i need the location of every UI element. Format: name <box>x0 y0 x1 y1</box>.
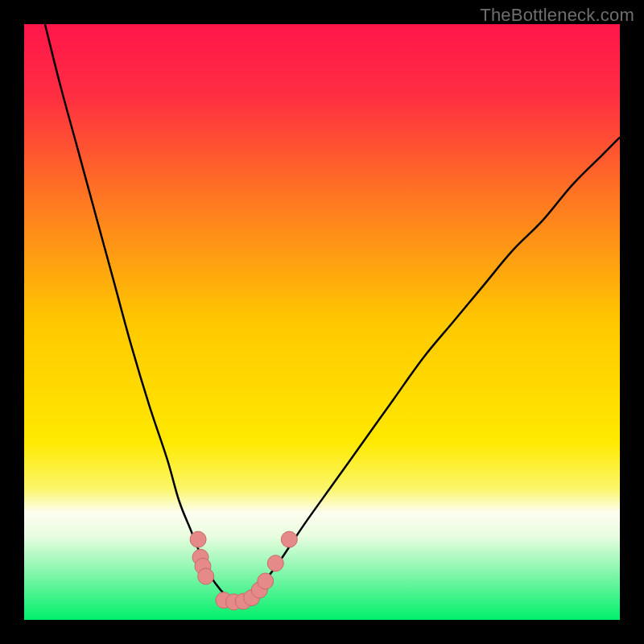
data-marker <box>281 531 297 547</box>
data-marker <box>190 531 206 547</box>
plot-area <box>24 24 620 620</box>
data-marker <box>267 555 283 572</box>
data-marker <box>258 573 274 589</box>
frame: { "watermark": "TheBottleneck.com", "col… <box>0 0 644 644</box>
chart-svg <box>24 24 620 620</box>
data-marker <box>198 568 214 584</box>
gradient-background <box>24 24 620 620</box>
watermark: TheBottleneck.com <box>480 5 634 26</box>
